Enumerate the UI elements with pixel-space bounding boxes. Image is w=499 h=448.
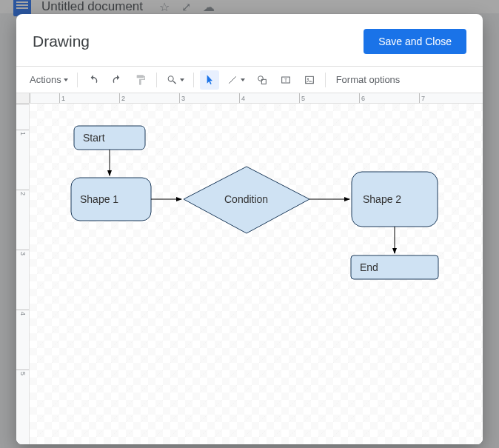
ruler-tick: 3 xyxy=(16,250,29,310)
ruler-tick: 5 xyxy=(16,370,29,429)
dialog-title: Drawing xyxy=(33,33,90,50)
shape-icon xyxy=(256,74,268,86)
drawing-svg: Start Shape 1 Condition Shape 2 xyxy=(30,104,483,444)
save-and-close-button[interactable]: Save and Close xyxy=(364,29,466,54)
separator xyxy=(325,73,326,87)
svg-text:T: T xyxy=(284,77,287,82)
ruler-tick: 1 xyxy=(59,93,119,103)
shape-end-label: End xyxy=(360,261,378,273)
canvas-area: 1 2 3 4 5 6 7 1 2 3 4 5 xyxy=(16,93,483,444)
ruler-vertical: 1 2 3 4 5 xyxy=(16,104,30,444)
paint-format-button[interactable] xyxy=(131,70,150,90)
shape-2-label: Shape 2 xyxy=(363,193,401,205)
format-options-button[interactable]: Format options xyxy=(336,74,401,85)
shape-start-label: Start xyxy=(83,132,105,144)
svg-point-5 xyxy=(307,78,309,79)
shape-tool[interactable] xyxy=(252,70,272,90)
caret-icon xyxy=(180,78,184,81)
drawing-canvas[interactable]: Start Shape 1 Condition Shape 2 xyxy=(30,104,483,444)
ruler-tick: 2 xyxy=(119,93,179,103)
actions-menu[interactable]: Actions xyxy=(27,70,71,90)
ruler-tick: 3 xyxy=(179,93,239,103)
zoom-icon xyxy=(166,74,178,86)
ruler-tick xyxy=(30,93,59,103)
ruler-tick: 5 xyxy=(299,93,359,103)
line-tool[interactable] xyxy=(224,70,248,90)
ruler-tick: 2 xyxy=(16,190,29,250)
redo-button[interactable] xyxy=(107,70,127,90)
cursor-icon xyxy=(204,74,215,86)
ruler-tick: 1 xyxy=(16,130,29,190)
redo-icon xyxy=(111,74,123,86)
textbox-tool[interactable]: T xyxy=(276,70,295,90)
image-icon xyxy=(304,74,315,86)
paint-format-icon xyxy=(135,74,147,86)
actions-label: Actions xyxy=(30,74,61,85)
image-tool[interactable] xyxy=(300,70,319,90)
ruler-tick: 4 xyxy=(239,93,299,103)
shape-condition-label: Condition xyxy=(224,193,268,205)
separator xyxy=(156,73,157,87)
zoom-menu[interactable] xyxy=(163,70,187,90)
separator xyxy=(193,73,194,87)
caret-icon xyxy=(241,78,245,81)
separator xyxy=(77,73,78,87)
drawing-dialog: Drawing Save and Close Actions xyxy=(16,14,483,444)
undo-icon xyxy=(87,74,99,86)
shape-1-label: Shape 1 xyxy=(80,193,118,205)
svg-point-0 xyxy=(258,76,263,81)
ruler-tick: 6 xyxy=(359,93,419,103)
undo-button[interactable] xyxy=(84,70,103,90)
ruler-tick: 7 xyxy=(419,93,479,103)
ruler-tick: 4 xyxy=(16,310,29,370)
textbox-icon: T xyxy=(280,74,292,86)
caret-icon xyxy=(64,78,68,81)
select-tool[interactable] xyxy=(200,70,219,90)
ruler-horizontal: 1 2 3 4 5 6 7 xyxy=(30,93,483,104)
ruler-corner xyxy=(16,93,30,104)
dialog-header: Drawing Save and Close xyxy=(16,14,483,67)
ruler-tick xyxy=(16,104,29,130)
line-icon xyxy=(227,74,238,86)
drawing-toolbar: Actions T xyxy=(16,67,483,93)
